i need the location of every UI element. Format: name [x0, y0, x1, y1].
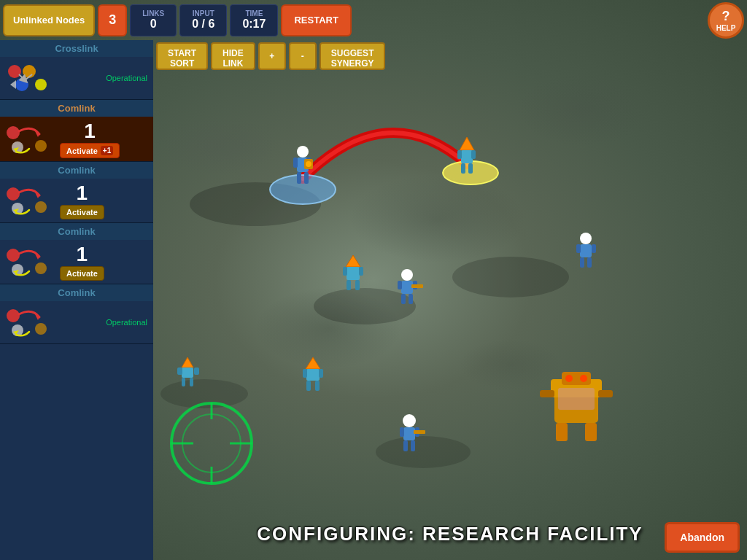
- links-stat: LINKS 0: [130, 4, 177, 36]
- crosslink-section: Crosslink: [0, 40, 153, 100]
- left-sidebar: Crosslink: [0, 40, 153, 560]
- help-label: HELP: [716, 24, 736, 32]
- crosslink-status: Operational: [106, 74, 147, 82]
- suggest-synergy-button[interactable]: SUGGESTSYNERGY: [320, 42, 386, 70]
- svg-point-82: [35, 79, 47, 90]
- unlinked-count-badge: 3: [98, 4, 127, 36]
- start-sort-button[interactable]: STARTSORT: [156, 42, 208, 70]
- svg-point-79: [15, 78, 28, 91]
- unlinked-nodes-label: Unlinked Nodes: [13, 15, 85, 26]
- svg-point-94: [7, 249, 20, 262]
- svg-point-89: [7, 187, 20, 201]
- hide-link-button[interactable]: HIDELINK: [211, 42, 255, 70]
- minus-button[interactable]: -: [289, 42, 317, 70]
- svg-point-95: [35, 262, 47, 274]
- svg-point-84: [7, 126, 20, 139]
- comlink-2-title: Comlink: [0, 162, 153, 179]
- comlink-section-1: Comlink 1 Activate +1: [0, 100, 153, 162]
- input-stat: INPUT 0 / 6: [179, 4, 227, 36]
- unlinked-nodes-button[interactable]: Unlinked Nodes: [3, 4, 95, 36]
- svg-point-85: [35, 140, 47, 152]
- help-button[interactable]: ? HELP: [708, 2, 744, 39]
- svg-point-99: [7, 309, 20, 322]
- plus-button[interactable]: +: [258, 42, 286, 70]
- svg-marker-83: [10, 80, 16, 89]
- comlink-2-count: 1: [77, 182, 88, 205]
- comlink-1-item[interactable]: 1 Activate +1: [0, 117, 153, 161]
- comlink-1-icon: [3, 121, 53, 158]
- comlink-3-count: 1: [77, 243, 88, 266]
- svg-point-77: [8, 65, 21, 78]
- comlink-4-status: Operational: [106, 318, 147, 327]
- svg-point-90: [35, 201, 47, 213]
- crosslink-icon: [3, 60, 53, 96]
- links-label: LINKS: [142, 9, 164, 18]
- comlink-2-icon: [3, 182, 53, 219]
- top-bar: Unlinked Nodes 3 LINKS 0 INPUT 0 / 6 TIM…: [0, 0, 747, 40]
- comlink-3-title: Comlink: [0, 223, 153, 240]
- input-value: 0 / 6: [192, 18, 214, 31]
- comlink-section-2: Comlink 1 Activate: [0, 162, 153, 223]
- abandon-button[interactable]: Abandon: [665, 522, 740, 553]
- time-stat: TIME 0:17: [230, 4, 278, 36]
- comlink-3-item[interactable]: 1 Activate: [0, 240, 153, 284]
- links-value: 0: [142, 18, 164, 31]
- comlink-1-count-area: 1 Activate +1: [60, 120, 120, 158]
- comlink-3-activate-button[interactable]: Activate: [60, 266, 104, 281]
- comlink-1-activate-button[interactable]: Activate +1: [60, 143, 120, 158]
- activate-plus-badge: +1: [101, 146, 113, 155]
- input-label: INPUT: [192, 9, 214, 18]
- comlink-2-item[interactable]: 1 Activate: [0, 179, 153, 222]
- svg-point-100: [35, 323, 47, 335]
- crosslink-item[interactable]: Operational: [0, 57, 153, 99]
- comlink-4-icon: [3, 304, 53, 341]
- comlink-section-4: Comlink Operational: [0, 284, 153, 344]
- comlink-4-title: Comlink: [0, 284, 153, 301]
- comlink-1-count: 1: [84, 120, 96, 143]
- comlink-3-count-area: 1 Activate: [60, 243, 104, 281]
- comlink-1-title: Comlink: [0, 100, 153, 117]
- crosslink-title: Crosslink: [0, 40, 153, 57]
- time-value: 0:17: [242, 18, 266, 31]
- time-label: TIME: [242, 9, 266, 18]
- comlink-3-icon: [3, 244, 53, 280]
- comlink-2-activate-button[interactable]: Activate: [60, 205, 104, 219]
- comlink-section-3: Comlink 1 Activate: [0, 223, 153, 284]
- comlink-2-count-area: 1 Activate: [60, 182, 104, 219]
- comlink-4-item[interactable]: Operational: [0, 301, 153, 343]
- restart-button[interactable]: RESTART: [281, 4, 351, 36]
- toolbar-row: STARTSORT HIDELINK + - SUGGESTSYNERGY: [153, 40, 747, 72]
